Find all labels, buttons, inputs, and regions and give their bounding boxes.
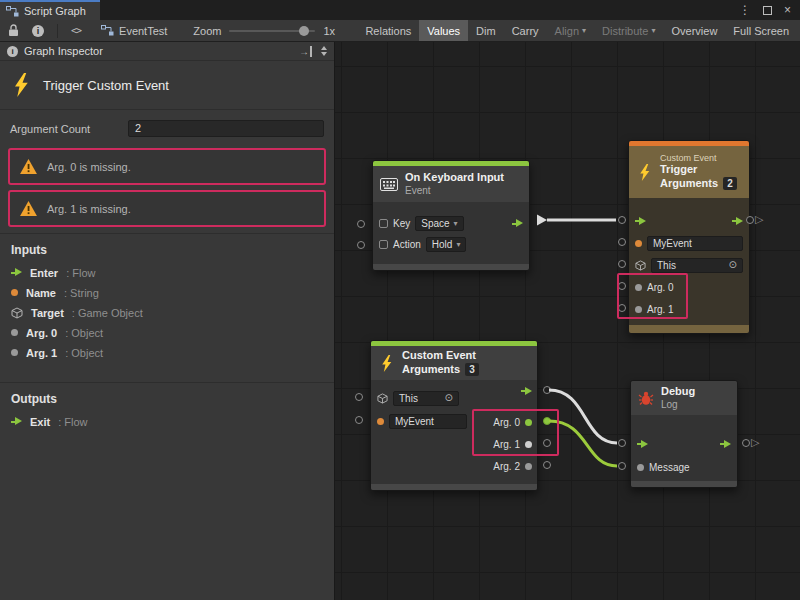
script-graph-icon [6, 6, 19, 17]
port-event-flow-out[interactable] [543, 386, 551, 394]
port-debug-message-in[interactable] [618, 462, 626, 470]
node-header: Custom Event Trigger Arguments 2 [629, 146, 749, 198]
tab-title: Script Graph [24, 5, 86, 17]
dock-arrow-icon[interactable]: → [299, 46, 312, 57]
code-icon[interactable]: <> [71, 25, 81, 36]
port-trigger-flow-in[interactable] [618, 216, 626, 224]
caret-down-icon: ▾ [456, 240, 460, 249]
node-trigger-custom-event[interactable]: Custom Event Trigger Arguments 2 MyEvent [628, 140, 750, 334]
node-custom-event[interactable]: Custom Event Arguments 3 This⊙ MyEvent A… [370, 340, 538, 491]
lightning-bolt-icon [9, 73, 33, 97]
flow-continue-icon: ▷ [751, 437, 759, 448]
unit-title-block: Trigger Custom Event [0, 61, 334, 110]
object-dot-icon[interactable] [635, 284, 642, 291]
zoom-slider-handle[interactable] [299, 26, 309, 36]
port-event-target-in[interactable] [355, 393, 363, 401]
maximize-icon[interactable] [763, 6, 772, 15]
key-dropdown[interactable]: Space▾ [415, 216, 463, 231]
values-button[interactable]: Values [419, 20, 468, 41]
argument-count-row: Argument Count 2 [0, 110, 334, 143]
key-row: Key Space▾ [373, 213, 529, 234]
port-event-arg1-out[interactable] [543, 439, 551, 447]
relations-button[interactable]: Relations [357, 20, 419, 41]
wire-arg0-to-message [549, 421, 617, 466]
cube-icon [377, 393, 388, 404]
object-picker-icon[interactable]: ⊙ [445, 393, 453, 403]
menu-dots-icon[interactable]: ⋮ [739, 4, 751, 16]
graph-asset[interactable]: EventTest [101, 25, 167, 37]
action-dropdown[interactable]: Hold▾ [426, 237, 467, 252]
flow-out-arrow-icon[interactable] [521, 387, 532, 396]
cube-icon [635, 260, 646, 271]
message-label: Message [649, 462, 690, 473]
object-dot-icon[interactable] [635, 306, 642, 313]
port-trigger-arg0-in[interactable] [618, 282, 626, 290]
port-event-name-in[interactable] [355, 416, 363, 424]
dim-button[interactable]: Dim [468, 20, 504, 41]
lock-icon[interactable] [8, 24, 19, 37]
node-header: Debug Log [631, 381, 737, 415]
cube-icon [11, 307, 23, 319]
pin-name: NameString [11, 286, 323, 299]
overview-button[interactable]: Overview [664, 20, 726, 41]
port-event-arg0-out[interactable] [543, 417, 551, 425]
full-screen-button[interactable]: Full Screen [725, 20, 797, 41]
port-action-input[interactable] [357, 241, 365, 249]
flow-out-arrow-icon[interactable] [732, 217, 743, 226]
keycap-icon [379, 240, 388, 249]
string-dot-icon [377, 418, 384, 425]
connected-port-dot[interactable] [525, 419, 532, 426]
port-key-input[interactable] [357, 220, 365, 228]
event-name-field[interactable]: MyEvent [647, 236, 743, 251]
info-icon[interactable]: i [32, 25, 44, 37]
node-title: On Keyboard Input [405, 171, 504, 185]
node-on-keyboard-input[interactable]: On Keyboard Input Event Key Space▾ Actio… [372, 160, 530, 271]
flow-out-arrow-icon[interactable] [720, 440, 731, 449]
node-title: Custom Event [402, 349, 479, 363]
port-trigger-flow-out[interactable] [746, 216, 754, 224]
port-trigger-target-in[interactable] [618, 260, 626, 268]
object-dot-icon[interactable] [525, 463, 532, 470]
zoom-slider[interactable] [229, 30, 315, 32]
close-icon[interactable]: × [784, 3, 791, 17]
graph-asset-icon [101, 25, 114, 36]
node-supertitle: Custom Event [660, 153, 737, 163]
pin-target: TargetGame Object [11, 306, 323, 319]
flow-out-arrow-icon[interactable] [512, 219, 523, 228]
port-debug-flow-out[interactable] [742, 439, 750, 447]
warning-triangle-icon [19, 200, 38, 217]
node-body: Key Space▾ Action Hold▾ [373, 202, 529, 264]
object-picker-icon[interactable]: ⊙ [729, 260, 737, 270]
align-button[interactable]: Align▾ [547, 20, 594, 41]
target-field[interactable]: This⊙ [651, 258, 743, 273]
node-footer [631, 481, 737, 487]
event-name-field[interactable]: MyEvent [389, 414, 467, 429]
zoom-label: Zoom [193, 25, 221, 37]
arg0-out-row: Arg. 0 [493, 414, 532, 430]
object-dot-icon[interactable] [637, 464, 644, 471]
arg1-out-row: Arg. 1 [493, 436, 532, 452]
arg0-label: Arg. 0 [493, 417, 520, 428]
window-controls: ⋮ × [739, 0, 800, 20]
object-dot-icon [11, 349, 18, 356]
port-trigger-arg1-in[interactable] [618, 304, 626, 312]
carry-button[interactable]: Carry [504, 20, 547, 41]
flow-in-arrow-icon[interactable] [637, 440, 648, 449]
port-event-arg2-out[interactable] [543, 461, 551, 469]
graph-canvas[interactable]: On Keyboard Input Event Key Space▾ Actio… [335, 42, 800, 600]
port-trigger-name-in[interactable] [618, 238, 626, 246]
node-debug-log[interactable]: Debug Log Message [630, 380, 738, 488]
stepper-icon[interactable] [321, 46, 327, 56]
object-dot-icon[interactable] [525, 441, 532, 448]
node-body: MyEvent This⊙ Arg. 0 Arg. 1 [629, 198, 749, 325]
caret-down-icon: ▾ [582, 26, 586, 35]
flow-in-arrow-icon[interactable] [635, 217, 646, 226]
object-dot-icon [11, 329, 18, 336]
tab-script-graph[interactable]: Script Graph [0, 0, 100, 20]
port-debug-flow-in[interactable] [618, 439, 626, 447]
node-title-line1: Trigger [660, 163, 737, 177]
target-field[interactable]: This⊙ [393, 391, 459, 406]
distribute-button[interactable]: Distribute▾ [594, 20, 663, 41]
info-icon: i [7, 46, 18, 57]
argument-count-input[interactable]: 2 [128, 120, 324, 137]
